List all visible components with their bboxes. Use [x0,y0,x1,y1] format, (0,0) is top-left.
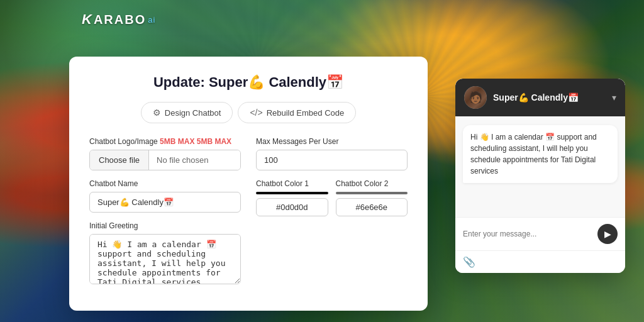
form-grid: Chatbot Logo/Image 5MB MAX 5MB MAX Choos… [89,137,408,296]
chat-widget: 🧑🏾 Super💪 Calendly📅 ▾ Hi 👋 I am a calend… [455,79,625,273]
chevron-down-icon[interactable]: ▾ [612,92,616,103]
chat-bot-name: Super💪 Calendly📅 [493,92,606,103]
chat-avatar: 🧑🏾 [464,86,487,109]
tab-rebuild-label: Rebuild Embed Code [267,108,345,118]
file-name-display: No file chosen [149,150,240,170]
form-card: Update: Super💪 Calendly📅 ⚙ Design Chatbo… [69,57,428,311]
max-messages-section: Max Messages Per User [256,137,408,170]
color1-label: Chatbot Color 1 [256,179,328,188]
chat-send-button[interactable]: ▶ [597,224,618,244]
chat-header: 🧑🏾 Super💪 Calendly📅 ▾ [455,79,625,116]
avatar-image: 🧑🏾 [464,86,487,109]
send-icon: ▶ [604,229,611,239]
greeting-label: Initial Greeting [89,221,241,230]
tab-design[interactable]: ⚙ Design Chatbot [141,102,233,123]
color2-label: Chatbot Color 2 [336,179,408,188]
attachment-icon[interactable]: 📎 [463,256,475,268]
color1-input[interactable] [256,198,328,216]
logo-label: Chatbot Logo/Image 5MB MAX 5MB MAX [89,137,241,146]
logo-size-limit: 5MB MAX [160,137,194,146]
color2-input[interactable] [336,198,408,216]
logo-section: Chatbot Logo/Image 5MB MAX 5MB MAX Choos… [89,137,241,170]
colors-section: Chatbot Color 1 Chatbot Color 2 [256,179,408,216]
chatbot-name-section: Chatbot Name [89,179,241,213]
tab-rebuild[interactable]: </> Rebuild Embed Code [238,102,356,123]
color-section-grid: Chatbot Color 1 Chatbot Color 2 [256,179,408,216]
logo-size-limit-val: 5MB MAX [197,137,231,146]
chatbot-name-label: Chatbot Name [89,179,241,188]
chatbot-name-input[interactable] [89,192,241,213]
choose-file-button[interactable]: Choose file [90,150,149,170]
logo-label-text: Chatbot Logo/Image [89,137,158,146]
color2-group: Chatbot Color 2 [336,179,408,216]
color2-swatch [336,192,408,194]
design-icon: ⚙ [153,108,161,118]
right-column: Max Messages Per User Chatbot Color 1 Ch… [256,137,408,296]
greeting-section: Initial Greeting Hi 👋 I am a calendar 📅 … [89,221,241,287]
chat-input-area: ▶ [455,217,625,250]
left-column: Chatbot Logo/Image 5MB MAX 5MB MAX Choos… [89,137,241,296]
form-title: Update: Super💪 Calendly📅 [89,74,408,91]
tab-design-label: Design Chatbot [165,108,221,118]
file-input-row: Choose file No file chosen [89,150,241,170]
chat-footer: 📎 [455,250,625,273]
chat-message-input[interactable] [463,230,592,238]
color1-swatch [256,192,328,194]
tabs-row: ⚙ Design Chatbot </> Rebuild Embed Code [89,102,408,123]
color1-group: Chatbot Color 1 [256,179,328,216]
max-messages-label: Max Messages Per User [256,137,408,146]
code-icon: </> [250,108,262,118]
logo-text: ARABO [94,13,146,27]
max-messages-input[interactable] [256,150,408,170]
greeting-textarea[interactable]: Hi 👋 I am a calendar 📅 support and sched… [89,234,241,284]
logo: K ARABO ai [82,11,155,28]
logo-ai-suffix: ai [148,15,155,25]
logo-k-letter: K [82,11,92,28]
chat-messages-area: Hi 👋 I am a calendar 📅 support and sched… [455,116,625,217]
chat-greeting-bubble: Hi 👋 I am a calendar 📅 support and sched… [463,125,618,183]
